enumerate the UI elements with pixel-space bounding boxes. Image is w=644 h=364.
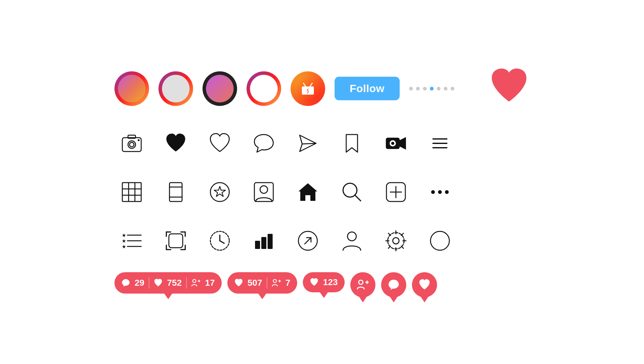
svg-line-10 [302,143,316,144]
profile-icon[interactable] [335,223,369,258]
badge-follower-icon3 [357,279,369,291]
story-circle-2[interactable] [158,71,193,106]
bookmark-icon[interactable] [335,126,369,161]
story-circle-4[interactable] [247,71,281,106]
heart-count: 752 [167,278,182,288]
settings-icon[interactable] [379,223,413,258]
svg-line-52 [305,238,311,244]
badge-comment-icon [121,279,130,287]
svg-marker-12 [400,137,406,150]
chart-icon[interactable] [247,223,281,258]
phone-portrait-icon[interactable] [158,175,193,209]
camera-icon[interactable] [114,126,149,161]
dot-3[interactable] [423,87,427,91]
screenshot-icon[interactable] [158,223,193,258]
svg-point-8 [138,139,140,141]
add-square-icon[interactable] [379,175,413,209]
icon-heart-badge[interactable] [412,272,437,297]
svg-rect-7 [128,135,136,138]
follow-button[interactable]: Follow [335,77,400,100]
follower-count: 17 [205,278,215,288]
arrow-circle-icon[interactable] [291,223,325,258]
video-camera-icon[interactable] [379,126,413,161]
svg-point-36 [438,190,442,194]
svg-point-29 [260,186,268,193]
dot-1[interactable] [409,87,413,91]
badge-follower-icon2 [272,279,281,287]
svg-line-1 [303,83,306,86]
svg-marker-27 [214,186,225,196]
svg-rect-23 [169,183,182,201]
menu-icon[interactable] [423,126,457,161]
home-icon[interactable] [291,175,325,209]
heart-count3: 123 [323,277,338,287]
dot-4[interactable] [430,87,434,91]
follower-count2: 7 [286,278,291,288]
badge-comment-icon2 [388,279,400,291]
svg-point-37 [445,190,449,194]
svg-text:★: ★ [122,233,126,238]
igtv-icon [300,80,316,97]
svg-text:★: ★ [122,238,126,244]
comment-icon[interactable] [247,126,281,161]
heart-filled-icon[interactable] [158,126,193,161]
svg-rect-18 [122,183,141,201]
svg-line-47 [220,241,224,243]
circle-icon[interactable] [423,223,457,258]
single-heart-badge[interactable]: 123 [303,272,345,292]
dot-5[interactable] [437,87,441,91]
badge-heart-icon3 [310,278,319,287]
svg-point-63 [359,280,363,284]
svg-point-53 [347,232,356,241]
badge-row: 29 752 17 [114,272,530,297]
story-circle-igtv[interactable] [291,71,325,106]
svg-rect-48 [255,241,260,249]
icon-follower-badge[interactable] [350,272,375,297]
dot-7[interactable] [451,87,454,91]
pagination-dots [409,87,454,91]
clock-icon[interactable] [203,223,237,258]
search-icon[interactable] [335,175,369,209]
badge-follower-icon [191,279,201,287]
svg-point-6 [130,142,134,147]
double-badge[interactable]: 507 7 [227,272,297,294]
dot-6[interactable] [444,87,447,91]
icon-row-4: ★ ★ ★ [114,223,530,258]
svg-point-35 [431,190,435,194]
heart-outline-icon[interactable] [203,126,237,161]
svg-point-56 [430,231,449,250]
star-circle-icon[interactable] [203,175,237,209]
svg-rect-50 [268,234,273,249]
svg-point-54 [393,238,399,244]
badge-heart-icon4 [418,279,431,291]
story-circle-1[interactable] [114,71,149,106]
send-icon[interactable] [291,126,325,161]
svg-line-2 [310,83,312,86]
grid-icon[interactable] [114,175,149,209]
heart-count2: 507 [247,278,262,288]
badge-heart-icon2 [234,279,243,287]
big-heart-icon[interactable] [489,67,530,110]
svg-point-14 [391,142,394,145]
dot-2[interactable] [416,87,420,91]
svg-point-26 [210,183,229,201]
story-circle-3[interactable] [203,71,237,106]
icon-comment-badge[interactable] [381,272,406,297]
triple-badge[interactable]: 29 752 17 [114,272,222,294]
svg-point-57 [193,279,196,283]
icon-row-3 [114,175,530,209]
svg-rect-44 [169,234,183,248]
svg-line-31 [355,195,361,201]
svg-point-60 [273,279,276,283]
starred-list-icon[interactable]: ★ ★ ★ [114,223,149,258]
svg-rect-49 [261,237,266,249]
badge-heart-icon [154,279,163,287]
svg-text:★: ★ [122,244,126,249]
profile-photo-icon[interactable] [247,175,281,209]
icon-row-2 [114,126,530,161]
more-icon[interactable] [423,175,457,209]
comment-count: 29 [135,278,144,288]
